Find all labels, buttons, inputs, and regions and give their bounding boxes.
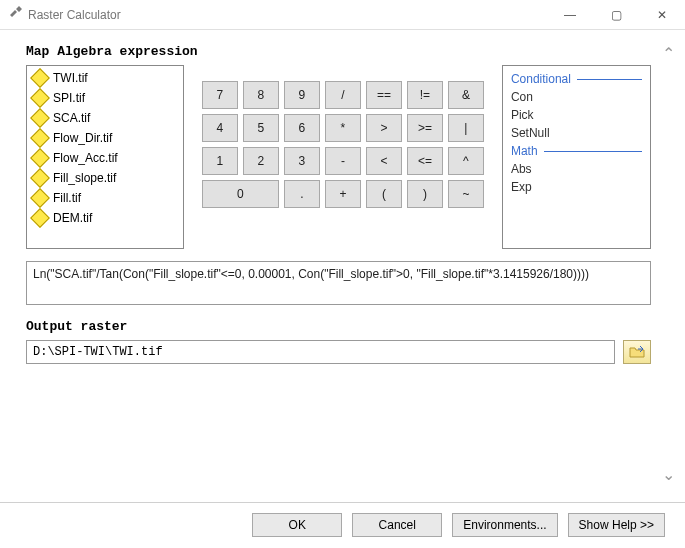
- close-button[interactable]: ✕: [639, 0, 685, 30]
- keypad-<[interactable]: <: [366, 147, 402, 175]
- function-group-header: Conditional: [511, 72, 642, 86]
- raster-icon: [30, 208, 50, 228]
- minimize-button[interactable]: —: [547, 0, 593, 30]
- keypad-^[interactable]: ^: [448, 147, 484, 175]
- function-group-header: Math: [511, 144, 642, 158]
- window-controls: — ▢ ✕: [547, 0, 685, 30]
- layer-list[interactable]: TWI.tifSPI.tifSCA.tifFlow_Dir.tifFlow_Ac…: [26, 65, 184, 249]
- keypad-/[interactable]: /: [325, 81, 361, 109]
- raster-icon: [30, 128, 50, 148]
- keypad--[interactable]: -: [325, 147, 361, 175]
- browse-folder-button[interactable]: [623, 340, 651, 364]
- raster-icon: [30, 188, 50, 208]
- raster-icon: [30, 148, 50, 168]
- keypad-5[interactable]: 5: [243, 114, 279, 142]
- layer-name: Fill_slope.tif: [53, 171, 116, 185]
- scroll-up-icon[interactable]: ⌃: [661, 44, 675, 63]
- keypad-!=[interactable]: !=: [407, 81, 443, 109]
- layer-name: TWI.tif: [53, 71, 88, 85]
- keypad-1[interactable]: 1: [202, 147, 238, 175]
- output-label: Output raster: [26, 319, 651, 334]
- keypad-9[interactable]: 9: [284, 81, 320, 109]
- content-area: ⌃ ⌄ Map Algebra expression TWI.tifSPI.ti…: [0, 30, 685, 502]
- keypad-4[interactable]: 4: [202, 114, 238, 142]
- layer-name: Flow_Dir.tif: [53, 131, 112, 145]
- expression-label: Map Algebra expression: [26, 44, 651, 59]
- function-item[interactable]: Abs: [511, 160, 642, 178]
- scroll-down-icon[interactable]: ⌄: [661, 465, 675, 484]
- raster-icon: [30, 108, 50, 128]
- layer-item[interactable]: SPI.tif: [27, 88, 183, 108]
- show-help-button[interactable]: Show Help >>: [568, 513, 665, 537]
- function-item[interactable]: SetNull: [511, 124, 642, 142]
- layer-item[interactable]: DEM.tif: [27, 208, 183, 228]
- keypad-|[interactable]: |: [448, 114, 484, 142]
- raster-icon: [30, 68, 50, 88]
- keypad-7[interactable]: 7: [202, 81, 238, 109]
- keypad-<=[interactable]: <=: [407, 147, 443, 175]
- layer-item[interactable]: Flow_Acc.tif: [27, 148, 183, 168]
- layer-name: Fill.tif: [53, 191, 81, 205]
- keypad-3[interactable]: 3: [284, 147, 320, 175]
- keypad-6[interactable]: 6: [284, 114, 320, 142]
- titlebar: Raster Calculator — ▢ ✕: [0, 0, 685, 30]
- keypad-2[interactable]: 2: [243, 147, 279, 175]
- keypad-~[interactable]: ~: [448, 180, 484, 208]
- folder-open-icon: [629, 345, 645, 359]
- keypad->[interactable]: >: [366, 114, 402, 142]
- keypad-([interactable]: (: [366, 180, 402, 208]
- keypad-&[interactable]: &: [448, 81, 484, 109]
- keypad-)[interactable]: ): [407, 180, 443, 208]
- keypad-.[interactable]: .: [284, 180, 320, 208]
- keypad-0[interactable]: 0: [202, 180, 279, 208]
- function-item[interactable]: Pick: [511, 106, 642, 124]
- layer-name: DEM.tif: [53, 211, 92, 225]
- bottom-bar: OK Cancel Environments... Show Help >>: [0, 502, 685, 546]
- keypad->=[interactable]: >=: [407, 114, 443, 142]
- cancel-button[interactable]: Cancel: [352, 513, 442, 537]
- layer-item[interactable]: Flow_Dir.tif: [27, 128, 183, 148]
- keypad: 789/==!=&456*>>=|123-<<=^0.+()~: [202, 81, 484, 249]
- layer-name: SPI.tif: [53, 91, 85, 105]
- raster-icon: [30, 88, 50, 108]
- function-item[interactable]: Exp: [511, 178, 642, 196]
- keypad-==[interactable]: ==: [366, 81, 402, 109]
- keypad-*[interactable]: *: [325, 114, 361, 142]
- environments-button[interactable]: Environments...: [452, 513, 557, 537]
- layer-name: Flow_Acc.tif: [53, 151, 118, 165]
- output-path-input[interactable]: [26, 340, 615, 364]
- keypad-+[interactable]: +: [325, 180, 361, 208]
- layer-name: SCA.tif: [53, 111, 90, 125]
- maximize-button[interactable]: ▢: [593, 0, 639, 30]
- window-title: Raster Calculator: [28, 8, 121, 22]
- hammer-icon: [8, 6, 22, 23]
- function-item[interactable]: Con: [511, 88, 642, 106]
- function-panel[interactable]: ConditionalConPickSetNullMathAbsExp: [502, 65, 651, 249]
- layer-item[interactable]: TWI.tif: [27, 68, 183, 88]
- layer-item[interactable]: SCA.tif: [27, 108, 183, 128]
- layer-item[interactable]: Fill.tif: [27, 188, 183, 208]
- raster-icon: [30, 168, 50, 188]
- expression-box[interactable]: Ln("SCA.tif"/Tan(Con("Fill_slope.tif"<=0…: [26, 261, 651, 305]
- layer-item[interactable]: Fill_slope.tif: [27, 168, 183, 188]
- ok-button[interactable]: OK: [252, 513, 342, 537]
- keypad-8[interactable]: 8: [243, 81, 279, 109]
